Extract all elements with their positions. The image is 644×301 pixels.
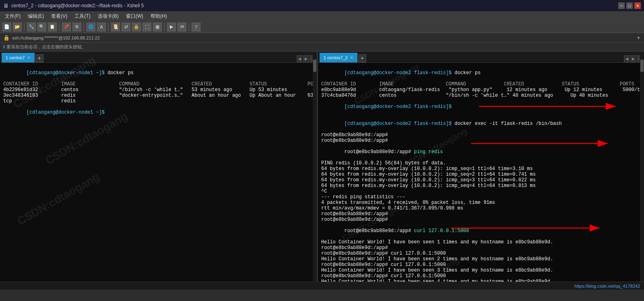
restore-button[interactable]: □	[626, 2, 633, 9]
toolbar-connect[interactable]: 🔧	[27, 23, 36, 31]
r-curl2-cmd: root@e8bc9ab88e9d:/app# curl 127.0.0.1:5…	[321, 251, 641, 256]
menu-view[interactable]: 查看(V)	[48, 12, 70, 21]
toolbar-expand[interactable]: ⛶	[142, 23, 151, 31]
r-line-bash1: root@e8bc9ab88e9d:/app#	[321, 132, 641, 138]
menu-tools[interactable]: 工具(T)	[71, 12, 93, 21]
r-ping-1: 64 bytes from redis.my-overlay (10.0.0.2…	[321, 166, 641, 172]
left-tab-label: 1 centos7	[6, 55, 25, 60]
toolbar-sep-5	[164, 23, 165, 31]
split-terminal-area: 1 centos7 ✕ + ◀ ▶ □ CSDN:cdtaogang CSDN:…	[0, 52, 644, 282]
toolbar-sep-3	[84, 23, 84, 31]
toolbar-sep-6	[189, 23, 189, 31]
menu-help[interactable]: 帮助(H)	[147, 12, 170, 21]
window-title: centos7_2 - cdtaogang@docker-node2:~/fla…	[11, 3, 144, 8]
left-line-row1: 4b2296e81d32 centos "/bin/sh -c 'while t…	[3, 87, 314, 93]
info-text: 要添加当前会话，点击左侧的箭头按钮。	[6, 44, 86, 50]
toolbar-copy[interactable]: 📋	[48, 23, 57, 31]
r-line-ping: root@e8bc9ab88e9d:/app# ping redis	[321, 143, 641, 160]
toolbar-sep-4	[108, 23, 109, 31]
toolbar-transfer[interactable]: ⇄	[122, 23, 130, 31]
r-ping-2: 64 bytes from redis.my-overlay (10.0.0.2…	[321, 172, 641, 177]
left-line-prompt: [cdtaogang@docker-node1 ~]$	[3, 104, 314, 121]
r-line-1: [cdtaogang@docker-node2 flask-redis]$ do…	[321, 64, 641, 81]
r-hello2: Hello Container World! I have been seen …	[321, 256, 641, 262]
left-terminal-content: CSDN:cdtaogang CSDN:cdtaogang CSDN:cdtao…	[0, 63, 317, 282]
right-scrollbar[interactable]	[640, 52, 644, 282]
connection-bar: 🔒 ssh://cdtaogang:********@192.168.88.21…	[0, 33, 644, 43]
r-curl3-cmd: root@e8bc9ab88e9d:/app# curl 127.0.0.1:5…	[321, 262, 641, 268]
r-ping-header: PING redis (10.0.0.2) 56(84) bytes of da…	[321, 160, 641, 166]
r-bash4: root@e8bc9ab88e9d:/app#	[321, 217, 641, 222]
r-bash3: root@e8bc9ab88e9d:/app#	[321, 211, 641, 217]
toolbar-font[interactable]: A	[97, 23, 106, 31]
toolbar-sep-2	[59, 23, 60, 31]
right-tab-label: 1 centos7_2	[324, 55, 348, 60]
menu-tabs[interactable]: 选项卡(B)	[95, 12, 122, 21]
close-button[interactable]: ✕	[634, 2, 641, 9]
toolbar-lock[interactable]: 🔒	[132, 23, 141, 31]
right-tab-bar: 1 centos7_2 ✕ + ◀ ▶ □	[318, 52, 644, 63]
menu-bar: 文件(F) 编辑(E) 查看(V) 工具(T) 选项卡(B) 窗口(W) 帮助(…	[0, 11, 644, 21]
toolbar-grid[interactable]: ▦	[153, 23, 162, 31]
lock-icon: 🔒	[3, 35, 10, 41]
r-bash5: root@e8bc9ab88e9d:/app#	[321, 245, 641, 251]
right-terminal-pane: 1 centos7_2 ✕ + ◀ ▶ □ CSDN:cdtaogang CSD…	[318, 52, 644, 282]
left-terminal-pane: 1 centos7 ✕ + ◀ ▶ □ CSDN:cdtaogang CSDN:…	[0, 52, 318, 282]
connection-text: ssh://cdtaogang:********@192.168.88.211:…	[12, 35, 100, 40]
left-line-row2: 3ec348346103 redis "docker-entrypoint.s……	[3, 93, 314, 98]
left-tab-prev[interactable]: ◀	[297, 55, 302, 62]
toolbar-new[interactable]: 📄	[2, 23, 11, 31]
r-ping-ctrl: ^C	[321, 189, 641, 194]
left-tab-add[interactable]: +	[35, 54, 43, 62]
r-line-header: CONTAINER ID IMAGE COMMAND CREATED STATU…	[321, 81, 641, 87]
app-icon: 🖥	[3, 2, 9, 9]
right-tab-close[interactable]: ✕	[350, 56, 353, 60]
r-line-p1: [cdtaogang@docker-node2 flask-redis]$	[321, 98, 641, 115]
r-line-r1: e8bc9ab88e9d cdtaogang/flask-redis "pyth…	[321, 87, 641, 93]
left-line-1: [cdtaogang@docker-node1 ~]$ docker ps	[3, 64, 314, 81]
dropdown-arrow[interactable]: ▼	[636, 35, 641, 40]
left-tab-next[interactable]: ▶	[303, 55, 309, 62]
r-ping-3: 64 bytes from redis.my-overlay (10.0.0.2…	[321, 177, 641, 183]
left-scroll-thumb[interactable]	[313, 60, 316, 72]
menu-edit[interactable]: 编辑(E)	[25, 12, 47, 21]
toolbar-help[interactable]: ?	[192, 23, 200, 31]
r-ping-rtt: rtt min/avg/max/mdev = 0.741/1.367/3.095…	[321, 206, 641, 211]
toolbar-sep-1	[24, 23, 25, 31]
r-ping-transmitted: 4 packets transmitted, 4 received, 0% pa…	[321, 200, 641, 206]
left-tab-close[interactable]: ✕	[27, 56, 31, 60]
r-hello4: Hello Container World! I have been seen …	[321, 279, 641, 282]
right-tab-prev[interactable]: ◀	[624, 55, 630, 62]
r-line-p2: [cdtaogang@docker-node2 flask-redis]$ do…	[321, 115, 641, 132]
left-scrollbar[interactable]	[313, 52, 317, 282]
left-line-header: CONTAINER ID IMAGE COMMAND CREATED STATU…	[3, 81, 314, 87]
right-scroll-thumb[interactable]	[640, 60, 644, 72]
r-hello1: Hello Container World! I have been seen …	[321, 239, 641, 245]
toolbar-settings[interactable]: ⚙	[72, 23, 81, 31]
toolbar-script[interactable]: 📜	[111, 23, 120, 31]
toolbar-globe[interactable]: 🌐	[87, 23, 95, 31]
info-icon: ℹ	[3, 44, 5, 50]
right-terminal-content: CSDN:cdtaogang CSDN:cdtaogang CSDN:cdtao…	[318, 63, 644, 282]
watermark-3: CSDN:cdtaogang	[15, 170, 101, 228]
right-tab-next[interactable]: ▶	[630, 55, 636, 62]
title-bar: 🖥 centos7_2 - cdtaogang@docker-node2:~/f…	[0, 0, 644, 11]
right-tab-add[interactable]: +	[358, 54, 366, 62]
left-line-row2b: tcp redis	[3, 98, 314, 104]
r-ping-stats: --- redis ping statistics ---	[321, 194, 641, 200]
left-tab-bar: 1 centos7 ✕ + ◀ ▶ □	[0, 52, 317, 63]
left-tab-centos7[interactable]: 1 centos7 ✕	[2, 53, 35, 62]
toolbar-search[interactable]: 🔍	[37, 23, 46, 31]
r-curl1-cmd: root@e8bc9ab88e9d:/app# curl 127.0.0.1:5…	[321, 222, 641, 239]
minimize-button[interactable]: ─	[618, 2, 625, 9]
status-url: https://blog.csdn.net/qq_4178242	[574, 284, 640, 289]
toolbar-open[interactable]: 📂	[13, 23, 22, 31]
toolbar-forward[interactable]: ▶	[167, 23, 176, 31]
menu-window[interactable]: 窗口(W)	[123, 12, 147, 21]
right-tab-centos7-2[interactable]: 1 centos7_2 ✕	[320, 53, 357, 62]
info-bar: ℹ 要添加当前会话，点击左侧的箭头按钮。	[0, 43, 644, 52]
toolbar-paste[interactable]: 📌	[62, 23, 71, 31]
r-curl4-cmd: root@e8bc9ab88e9d:/app# curl 127.0.0.1:5…	[321, 273, 641, 279]
toolbar-compose[interactable]: ✉	[178, 23, 186, 31]
menu-file[interactable]: 文件(F)	[2, 12, 24, 21]
